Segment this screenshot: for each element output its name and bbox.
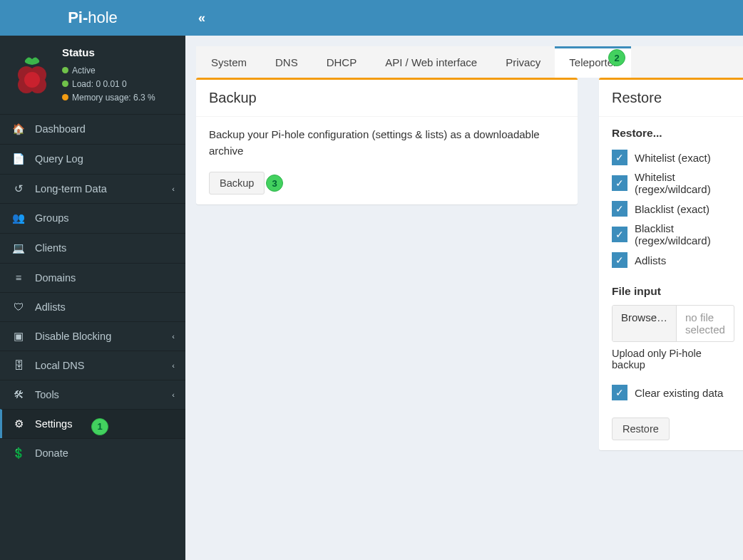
restore-button[interactable]: Restore (612, 418, 670, 440)
file-input-label: File input (612, 285, 734, 298)
chevron-left-icon: ‹ (172, 361, 175, 370)
svg-point-4 (24, 72, 40, 88)
tab-api[interactable]: API / Web interface (371, 47, 491, 78)
file-hint: Upload only Pi-hole backup (612, 348, 734, 370)
nav-groups[interactable]: 👥Groups (0, 203, 185, 233)
backup-desc: Backup your Pi-hole configuration (setti… (209, 127, 565, 159)
tab-privacy[interactable]: Privacy (491, 47, 555, 78)
pihole-logo-icon (11, 53, 53, 96)
backup-title: Backup (196, 80, 578, 117)
nav-longterm[interactable]: ↺Long-term Data‹ (0, 174, 185, 203)
backup-card: Backup Backup your Pi-hole configuration… (196, 78, 578, 204)
check-icon: ✓ (612, 201, 627, 217)
file-placeholder: no file selected (677, 306, 734, 341)
nav-settings[interactable]: ⚙Settings 1 (0, 409, 185, 438)
nav-dashboard[interactable]: 🏠Dashboard (0, 114, 185, 144)
status-load: Load: 0 0.01 0 (62, 78, 155, 91)
browse-button[interactable]: Browse… (613, 306, 677, 341)
sidebar-collapse-icon[interactable]: « (198, 11, 205, 26)
nav-menu: 🏠Dashboard 📄Query Log ↺Long-term Data‹ 👥… (0, 114, 185, 468)
tab-dhcp[interactable]: DHCP (312, 47, 372, 78)
nav-domains[interactable]: ≡Domains (0, 263, 185, 292)
chk-whitelist-regex[interactable]: ✓Whitelist (regex/wildcard) (612, 171, 734, 195)
chk-whitelist-exact[interactable]: ✓Whitelist (exact) (612, 150, 734, 165)
chevron-left-icon: ‹ (172, 390, 175, 399)
check-icon: ✓ (612, 385, 627, 400)
chk-adlists[interactable]: ✓Adlists (612, 252, 734, 268)
annotation-1: 1 (91, 418, 108, 435)
check-icon: ✓ (612, 252, 627, 268)
chevron-left-icon: ‹ (172, 332, 175, 341)
status-title: Status (62, 44, 155, 61)
chk-clear-existing[interactable]: ✓Clear existing data (612, 385, 734, 400)
status-active: Active (62, 64, 155, 78)
logo-bold: Pi- (68, 9, 88, 27)
tab-system[interactable]: System (197, 47, 261, 78)
sidebar: Pi-hole Status Active Load: 0 0.01 0 Mem… (0, 0, 185, 560)
backup-button[interactable]: Backup (209, 172, 265, 195)
logo-thin: hole (88, 9, 118, 27)
chevron-left-icon: ‹ (172, 185, 175, 193)
logo[interactable]: Pi-hole (0, 0, 185, 36)
check-icon: ✓ (612, 227, 627, 242)
file-input[interactable]: Browse… no file selected (612, 305, 734, 342)
status-panel: Status Active Load: 0 0.01 0 Memory usag… (0, 36, 185, 114)
restore-card: Restore Restore... ✓Whitelist (exact) ✓W… (599, 78, 743, 450)
annotation-2: 2 (608, 49, 625, 66)
nav-querylog[interactable]: 📄Query Log (0, 144, 185, 174)
nav-donate[interactable]: 💲Donate (0, 438, 185, 468)
main: « System DNS DHCP API / Web interface Pr… (185, 0, 743, 560)
nav-tools[interactable]: 🛠Tools‹ (0, 380, 185, 409)
status-memory: Memory usage: 6.3 % (62, 91, 155, 105)
annotation-3: 3 (266, 175, 283, 192)
nav-disable[interactable]: ▣Disable Blocking‹ (0, 321, 185, 351)
tab-dns[interactable]: DNS (261, 47, 312, 78)
nav-adlists[interactable]: 🛡Adlists (0, 292, 185, 321)
tabs: System DNS DHCP API / Web interface Priv… (196, 46, 743, 78)
nav-clients[interactable]: 💻Clients (0, 233, 185, 263)
chk-blacklist-exact[interactable]: ✓Blacklist (exact) (612, 201, 734, 217)
topbar: « (185, 0, 743, 36)
check-icon: ✓ (612, 150, 627, 165)
content: System DNS DHCP API / Web interface Priv… (185, 36, 743, 461)
nav-localdns[interactable]: 🗄Local DNS‹ (0, 351, 185, 380)
restore-title: Restore (599, 80, 743, 117)
restore-subtitle: Restore... (612, 127, 734, 140)
check-icon: ✓ (612, 175, 627, 191)
chk-blacklist-regex[interactable]: ✓Blacklist (regex/wildcard) (612, 222, 734, 247)
